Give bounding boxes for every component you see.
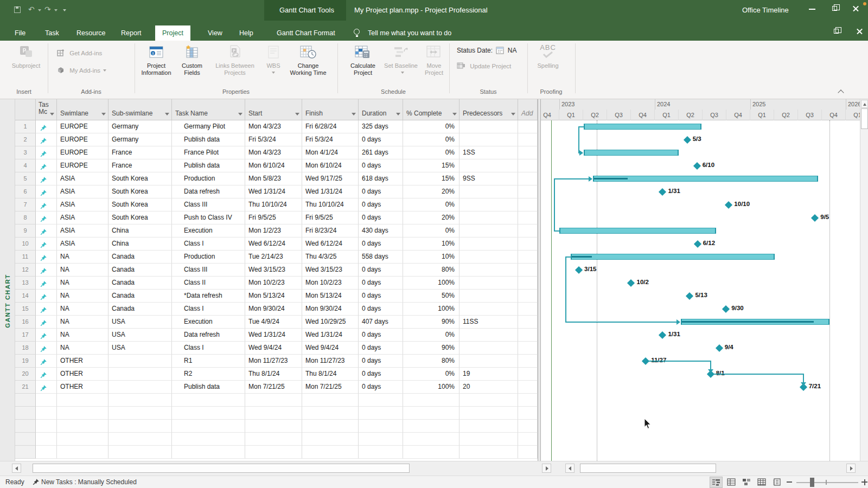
empty-cell[interactable] bbox=[172, 407, 245, 420]
cell-predecessors[interactable]: 9SS bbox=[459, 172, 518, 185]
column-filter-icon[interactable] bbox=[396, 113, 400, 115]
cell-predecessors[interactable] bbox=[459, 198, 518, 211]
row-number[interactable]: 7 bbox=[15, 198, 36, 211]
cell-pct-complete[interactable]: 0% bbox=[403, 198, 459, 211]
cell-swimlane[interactable]: NA bbox=[57, 316, 108, 329]
cell-sub-swimlane[interactable] bbox=[108, 381, 172, 394]
empty-cell[interactable] bbox=[15, 420, 36, 433]
cell-task-name[interactable]: R1 bbox=[172, 355, 245, 368]
cell-add-column[interactable] bbox=[518, 237, 538, 251]
empty-cell[interactable] bbox=[459, 446, 518, 459]
tab-file[interactable]: File bbox=[8, 25, 33, 41]
cell-add-column[interactable] bbox=[518, 290, 538, 303]
cell-add-column[interactable] bbox=[518, 172, 538, 185]
cell-swimlane[interactable]: NA bbox=[57, 329, 108, 342]
redo-icon[interactable]: ↷ bbox=[44, 5, 51, 13]
cell-swimlane[interactable]: NA bbox=[57, 251, 108, 264]
cell-task-mode[interactable] bbox=[36, 277, 57, 290]
get-addins-button[interactable]: Get Add-ins bbox=[56, 48, 102, 57]
cell-add-column[interactable] bbox=[518, 329, 538, 342]
cell-predecessors[interactable] bbox=[459, 303, 518, 316]
cell-sub-swimlane[interactable]: Canada bbox=[108, 290, 172, 303]
cell-pct-complete[interactable]: 50% bbox=[403, 290, 459, 303]
cell-finish[interactable]: Wed 3/15/23 bbox=[302, 264, 359, 277]
empty-cell[interactable] bbox=[172, 394, 245, 407]
cell-pct-complete[interactable]: 15% bbox=[403, 172, 459, 185]
cell-task-mode[interactable] bbox=[36, 211, 57, 224]
change-working-time-button[interactable]: Change Working Time bbox=[286, 44, 330, 76]
cell-pct-complete[interactable]: 15% bbox=[403, 159, 459, 172]
save-icon[interactable] bbox=[14, 7, 21, 13]
empty-cell[interactable] bbox=[245, 394, 302, 407]
cell-add-column[interactable] bbox=[518, 277, 538, 290]
cell-pct-complete[interactable]: 0% bbox=[403, 224, 459, 237]
cell-duration[interactable]: 0 days bbox=[359, 329, 403, 342]
empty-cell[interactable] bbox=[36, 420, 57, 433]
calculate-project-button[interactable]: Calculate Project bbox=[344, 44, 382, 76]
table-scroll-right-button[interactable] bbox=[542, 464, 551, 473]
cell-finish[interactable]: Fri 5/3/24 bbox=[302, 133, 359, 146]
empty-cell[interactable] bbox=[359, 407, 403, 420]
cell-predecessors[interactable] bbox=[459, 329, 518, 342]
cell-add-column[interactable] bbox=[518, 120, 538, 133]
row-number[interactable]: 2 bbox=[15, 133, 36, 146]
cell-sub-swimlane[interactable]: Canada bbox=[108, 251, 172, 264]
tab-gantt-chart-format[interactable]: Gantt Chart Format bbox=[270, 25, 342, 41]
cell-task-name[interactable]: Publish data bbox=[172, 381, 245, 394]
chart-scroll-left-button[interactable] bbox=[565, 464, 575, 473]
new-tasks-mode-button[interactable]: New Tasks : Manually Scheduled bbox=[41, 478, 137, 486]
cell-task-mode[interactable] bbox=[36, 264, 57, 277]
cell-task-mode[interactable] bbox=[36, 303, 57, 316]
move-project-button[interactable]: Move Project bbox=[419, 44, 449, 76]
cell-finish[interactable]: Thu 4/3/25 bbox=[302, 251, 359, 264]
empty-cell[interactable] bbox=[403, 420, 459, 433]
restore-button[interactable] bbox=[827, 2, 843, 16]
subproject-button[interactable]: P Subproject bbox=[9, 44, 43, 69]
row-number[interactable]: 1 bbox=[15, 120, 36, 133]
empty-cell[interactable] bbox=[459, 433, 518, 446]
cell-finish[interactable]: Mon 11/27/23 bbox=[302, 355, 359, 368]
empty-cell[interactable] bbox=[359, 394, 403, 407]
cell-finish[interactable]: Mon 6/10/24 bbox=[302, 159, 359, 172]
cell-start[interactable]: Tue 4/9/24 bbox=[245, 316, 302, 329]
row-number[interactable]: 16 bbox=[15, 316, 36, 329]
milestone-diamond[interactable] bbox=[693, 162, 701, 170]
column-header-pct[interactable]: % Complete bbox=[403, 99, 459, 120]
task-bar[interactable] bbox=[584, 124, 701, 130]
undo-dropdown-icon[interactable] bbox=[38, 9, 41, 11]
tab-project[interactable]: Project bbox=[155, 25, 190, 41]
cell-swimlane[interactable]: NA bbox=[57, 290, 108, 303]
empty-cell[interactable] bbox=[36, 433, 57, 446]
row-number[interactable]: 12 bbox=[15, 264, 36, 277]
cell-swimlane[interactable]: ASIA bbox=[57, 224, 108, 237]
cell-predecessors[interactable] bbox=[459, 251, 518, 264]
cell-add-column[interactable] bbox=[518, 211, 538, 224]
cell-sub-swimlane[interactable]: China bbox=[108, 224, 172, 237]
cell-add-column[interactable] bbox=[518, 355, 538, 368]
cell-task-mode[interactable] bbox=[36, 198, 57, 211]
cell-task-name[interactable]: Class III bbox=[172, 264, 245, 277]
cell-start[interactable]: Mon 1/2/23 bbox=[245, 224, 302, 237]
task-bar[interactable] bbox=[559, 228, 716, 234]
cell-add-column[interactable] bbox=[518, 316, 538, 329]
empty-cell[interactable] bbox=[518, 407, 538, 420]
set-baseline-button[interactable]: Set Baseline bbox=[384, 44, 418, 76]
cell-start[interactable]: Mon 9/30/24 bbox=[245, 303, 302, 316]
cell-start[interactable]: Thu 10/10/24 bbox=[245, 198, 302, 211]
cell-sub-swimlane[interactable]: USA bbox=[108, 342, 172, 355]
cell-add-column[interactable] bbox=[518, 146, 538, 159]
cell-duration[interactable]: 0 days bbox=[359, 303, 403, 316]
cell-finish[interactable]: Wed 9/17/25 bbox=[302, 172, 359, 185]
customize-qat-icon[interactable] bbox=[63, 9, 66, 11]
cell-task-name[interactable]: Push to Class IV bbox=[172, 211, 245, 224]
cell-start[interactable]: Mon 7/21/25 bbox=[245, 381, 302, 394]
cell-add-column[interactable] bbox=[518, 133, 538, 146]
cell-task-name[interactable]: Germany Pilot bbox=[172, 120, 245, 133]
column-header-num[interactable] bbox=[15, 99, 36, 120]
cell-swimlane[interactable]: OTHER bbox=[57, 381, 108, 394]
cell-sub-swimlane[interactable]: South Korea bbox=[108, 211, 172, 224]
cell-add-column[interactable] bbox=[518, 368, 538, 381]
cell-pct-complete[interactable]: 0% bbox=[403, 133, 459, 146]
zoom-slider-thumb[interactable] bbox=[810, 478, 814, 487]
cell-pct-complete[interactable]: 100% bbox=[403, 277, 459, 290]
